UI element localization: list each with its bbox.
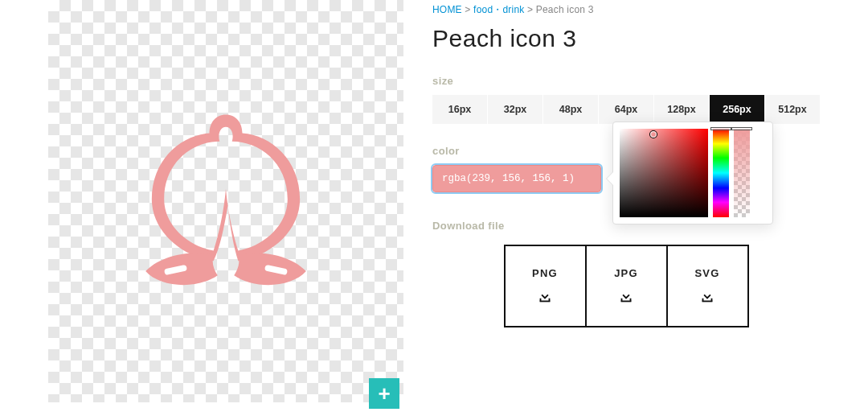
hue-slider[interactable] <box>713 129 729 217</box>
breadcrumb-category[interactable]: food・drink <box>473 4 524 15</box>
size-label: size <box>432 75 820 87</box>
size-option-64px[interactable]: 64px <box>599 95 654 124</box>
plus-icon: + <box>378 381 390 406</box>
download-svg-button[interactable]: SVG <box>666 245 749 327</box>
alpha-slider[interactable] <box>734 129 750 217</box>
size-option-128px[interactable]: 128px <box>654 95 710 124</box>
breadcrumb: HOME > food・drink > Peach icon 3 <box>432 3 820 17</box>
size-option-256px[interactable]: 256px <box>710 95 765 124</box>
add-button[interactable]: + <box>369 378 399 409</box>
download-icon <box>617 287 635 305</box>
size-option-48px[interactable]: 48px <box>543 95 599 124</box>
preview-panel: + <box>48 0 403 402</box>
peach-icon <box>123 98 329 304</box>
download-format-label: JPG <box>614 267 638 279</box>
download-format-label: SVG <box>694 267 719 279</box>
download-icon <box>698 287 716 305</box>
icon-preview <box>48 0 403 402</box>
download-icon <box>536 287 554 305</box>
size-selector: 16px32px48px64px128px256px512px <box>432 95 820 124</box>
size-option-512px[interactable]: 512px <box>765 95 820 124</box>
breadcrumb-current: Peach icon 3 <box>536 4 594 15</box>
download-jpg-button[interactable]: JPG <box>585 245 668 327</box>
page-title: Peach icon 3 <box>432 25 820 52</box>
saturation-value-area[interactable] <box>620 129 708 217</box>
size-option-16px[interactable]: 16px <box>432 95 488 124</box>
download-buttons: PNGJPGSVG <box>432 245 820 327</box>
download-png-button[interactable]: PNG <box>504 245 587 327</box>
download-format-label: PNG <box>532 267 558 279</box>
size-option-32px[interactable]: 32px <box>488 95 543 124</box>
color-picker <box>612 122 773 224</box>
breadcrumb-home[interactable]: HOME <box>432 4 462 15</box>
color-input[interactable] <box>432 165 601 192</box>
